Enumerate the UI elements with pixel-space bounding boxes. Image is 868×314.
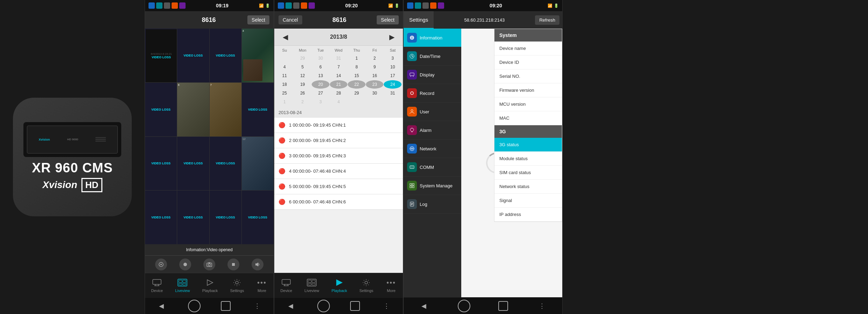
record-button[interactable] [179,259,191,270]
home-bar-3: ◀ ⋮ [274,297,403,314]
logo-box: Xvision HD 9000 XR 960 CMS Xvision HD [13,98,132,216]
dropdown-serial-no[interactable]: Serial NO. [494,69,562,83]
camera-cell-9[interactable]: 9 VIDEO LOSS [145,137,177,190]
menu-button-2[interactable]: ⋮ [251,300,263,312]
menu-display[interactable]: Display [404,66,461,84]
svg-point-1 [160,264,162,265]
nav-playback-2[interactable]: Playback [200,276,221,294]
dropdown-signal[interactable]: Signal [494,194,562,208]
status-icon-1 [149,2,155,9]
playback-screen: 09:20 📶 🔋 Cancel 8616 Select ◀ 2013/8 ▶ … [274,0,403,314]
snapshot-button[interactable] [203,259,215,270]
next-month-button[interactable]: ▶ [386,31,397,43]
dropdown-module-status[interactable]: Module status [494,152,562,166]
menu-system-manage[interactable]: System Manage [404,177,461,195]
s4-icon-2 [415,2,421,9]
nav-device-2[interactable]: Device [149,276,166,294]
menu-alarm[interactable]: Alarm [404,121,461,140]
recents-button-3[interactable] [350,301,360,311]
home-button-2[interactable] [188,300,201,312]
camera-cell-4[interactable]: 4 [242,29,274,82]
dropdown-firmware-version[interactable]: Firmware version [494,83,562,97]
nav-settings-3[interactable]: Settings [357,276,376,294]
menu-network[interactable]: Network [404,140,461,158]
menu-button-3[interactable]: ⋮ [380,300,393,312]
menu-user[interactable]: User [404,103,461,121]
recents-button-4[interactable] [498,301,508,311]
home-button-3[interactable] [317,300,330,312]
recording-item-2[interactable]: 🔴 2 00:00:00- 09:19:45 CHN:2 [274,133,403,148]
recents-button-2[interactable] [221,301,231,311]
recording-item-4[interactable]: 🔴 4 00:00:00- 07:46:48 CHN:4 [274,164,403,179]
status-time-4: 09:20 [490,3,502,8]
camera-cell-13[interactable]: 13 VIDEO LOSS [145,190,177,244]
recording-item-6[interactable]: 🔴 6 00:00:00- 07:46:48 CHN:6 [274,194,403,210]
recording-item-3[interactable]: 🔴 3 00:00:00- 09:19:45 CHN:3 [274,148,403,164]
video-loss-14: VIDEO LOSS [183,216,203,219]
back-button-3[interactable]: ◀ [284,300,297,312]
select-button-2[interactable]: Select [247,15,269,24]
stop-button[interactable] [227,259,239,270]
home-button-4[interactable] [458,300,470,312]
camera-cell-2[interactable]: 2 VIDEO LOSS [177,29,209,82]
dropdown-3g-status[interactable]: 3G status [494,138,562,152]
svg-point-37 [411,92,413,94]
menu-datetime[interactable]: Date/Time [404,47,461,66]
menu-information[interactable]: i Information [404,29,461,47]
camera-cell-15[interactable]: 15 VIDEO LOSS [210,190,241,244]
home-bar-2: ◀ ⋮ [145,297,274,314]
playback-icon-3 [334,278,345,287]
bottom-nav-2: Device Liveview Playback Settings ••• Mo… [145,273,274,297]
dropdown-mac[interactable]: MAC [494,111,562,125]
menu-record[interactable]: Record [404,84,461,103]
menu-button-4[interactable]: ⋮ [536,300,548,312]
camera-cell-12[interactable]: 12 [242,137,274,190]
menu-log[interactable]: Log [404,195,461,214]
dropdown-ip-address[interactable]: IP address [494,208,562,222]
s3-battery-icon: 🔋 [395,3,399,8]
dropdown-mcu-version[interactable]: MCU version [494,97,562,111]
more-icon-3: ••• [385,278,397,287]
nav-liveview-2[interactable]: Liveview [172,276,193,294]
prev-month-button[interactable]: ◀ [280,31,291,43]
refresh-button[interactable]: Refresh [535,15,559,25]
cancel-button-3[interactable]: Cancel [279,15,302,24]
camera-cell-5[interactable]: 5 VIDEO LOSS [145,83,177,136]
nav-more-3[interactable]: ••• More [383,276,399,294]
camera-grid: 1 8/4/2013 8:19:21 VIDEO LOSS 2 VIDEO LO… [145,29,274,244]
nav-playback-3[interactable]: Playback [329,276,350,294]
audio-button[interactable] [252,259,263,270]
menu-comm[interactable]: COMM [404,158,461,177]
dropdown-sim-card-status[interactable]: SIM card status [494,166,562,180]
dropdown-device-name[interactable]: Device name [494,42,562,55]
camera-cell-3[interactable]: 3 VIDEO LOSS [210,29,241,82]
camera-cell-1[interactable]: 1 8/4/2013 8:19:21 VIDEO LOSS [145,29,177,82]
camera-cell-8[interactable]: 8 VIDEO LOSS [242,83,274,136]
select-button-3[interactable]: Select [377,15,399,24]
settings-tab[interactable]: Settings [404,11,434,29]
system-manage-icon [407,181,417,190]
status-icon-5 [179,2,186,9]
back-button-4[interactable]: ◀ [418,300,430,312]
ptz-button[interactable] [155,259,167,270]
camera-cell-14[interactable]: 14 VIDEO LOSS [177,190,209,244]
device-id-display: 58.60.231.218:2143 [434,17,535,23]
recording-item-5[interactable]: 🔴 5 00:00:00- 09:19:45 CHN:5 [274,179,403,194]
nav-liveview-3[interactable]: Liveview [302,276,322,294]
settings-screen: 09:20 📶 🔋 Settings 58.60.231.218:2143 Re… [403,0,563,314]
recording-item-1[interactable]: 🔴 1 00:00:00- 09:19:45 CHN:1 [274,118,403,133]
information-icon: i [407,33,417,43]
dropdown-network-status[interactable]: Network status [494,180,562,194]
camera-cell-16[interactable]: 16 VIDEO LOSS [242,190,274,244]
camera-cell-11[interactable]: 11 VIDEO LOSS [210,137,241,190]
nav-device-3[interactable]: Device [278,276,295,294]
back-button-2[interactable]: ◀ [155,300,168,312]
camera-cell-7[interactable]: 7 [210,83,241,136]
video-loss-8: VIDEO LOSS [248,108,267,111]
dropdown-device-id[interactable]: Device ID [494,55,562,69]
camera-cell-10[interactable]: 10 VIDEO LOSS [177,137,209,190]
camera-cell-6[interactable]: 6 [177,83,209,136]
menu-label-user: User [420,109,429,114]
nav-settings-2[interactable]: Settings [227,276,247,294]
nav-more-2[interactable]: ••• More [253,276,270,294]
